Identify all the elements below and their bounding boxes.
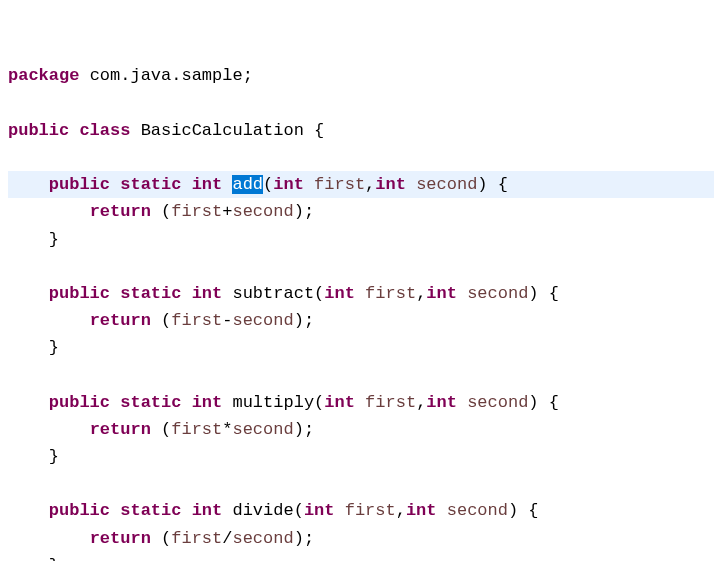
keyword-int: int <box>375 175 406 194</box>
keyword-public: public <box>49 501 110 520</box>
code-line: public static int subtract(int first,int… <box>8 284 559 303</box>
rparen: ) <box>528 284 538 303</box>
var-name: first <box>171 202 222 221</box>
param-name: second <box>467 284 528 303</box>
comma: , <box>416 393 426 412</box>
lparen: ( <box>161 420 171 439</box>
code-line: } <box>8 338 59 357</box>
method-name: divide <box>232 501 293 520</box>
keyword-int: int <box>426 393 457 412</box>
semicolon: ; <box>304 420 314 439</box>
brace-open: { <box>549 393 559 412</box>
rparen: ) <box>294 420 304 439</box>
code-editor[interactable]: package com.java.sample; public class Ba… <box>8 62 714 561</box>
method-name: subtract <box>232 284 314 303</box>
param-name: second <box>416 175 477 194</box>
keyword-int: int <box>192 284 223 303</box>
keyword-static: static <box>120 501 181 520</box>
code-line: public class BasicCalculation { <box>8 121 324 140</box>
var-name: second <box>232 529 293 548</box>
keyword-public: public <box>8 121 69 140</box>
param-name: first <box>345 501 396 520</box>
rparen: ) <box>294 311 304 330</box>
package-name: com.java.sample <box>90 66 243 85</box>
lparen: ( <box>161 202 171 221</box>
brace-open: { <box>498 175 508 194</box>
code-line-highlighted: public static int add(int first,int seco… <box>8 171 714 198</box>
semicolon: ; <box>304 529 314 548</box>
keyword-public: public <box>49 393 110 412</box>
var-name: first <box>171 529 222 548</box>
keyword-int: int <box>324 284 355 303</box>
code-line: return (first+second); <box>8 202 314 221</box>
code-line: } <box>8 447 59 466</box>
keyword-static: static <box>120 175 181 194</box>
operator: * <box>222 420 232 439</box>
keyword-static: static <box>120 284 181 303</box>
keyword-return: return <box>90 529 151 548</box>
brace-close: } <box>49 447 59 466</box>
code-line: public static int divide(int first,int s… <box>8 501 539 520</box>
rparen: ) <box>508 501 518 520</box>
keyword-public: public <box>49 175 110 194</box>
keyword-int: int <box>192 501 223 520</box>
keyword-return: return <box>90 420 151 439</box>
param-name: first <box>314 175 365 194</box>
method-name: multiply <box>232 393 314 412</box>
var-name: second <box>232 202 293 221</box>
keyword-int: int <box>426 284 457 303</box>
semicolon: ; <box>304 202 314 221</box>
param-name: first <box>365 284 416 303</box>
var-name: second <box>232 311 293 330</box>
brace-open: { <box>549 284 559 303</box>
code-line: } <box>8 230 59 249</box>
lparen: ( <box>294 501 304 520</box>
code-line: return (first-second); <box>8 311 314 330</box>
brace-close: } <box>49 230 59 249</box>
keyword-int: int <box>304 501 335 520</box>
comma: , <box>396 501 406 520</box>
var-name: first <box>171 420 222 439</box>
keyword-int: int <box>324 393 355 412</box>
keyword-public: public <box>49 284 110 303</box>
rparen: ) <box>528 393 538 412</box>
lparen: ( <box>161 529 171 548</box>
rparen: ) <box>294 202 304 221</box>
code-line: public static int multiply(int first,int… <box>8 393 559 412</box>
semicolon: ; <box>243 66 253 85</box>
keyword-int: int <box>192 393 223 412</box>
keyword-int: int <box>273 175 304 194</box>
operator: - <box>222 311 232 330</box>
lparen: ( <box>314 393 324 412</box>
rparen: ) <box>294 529 304 548</box>
keyword-int: int <box>406 501 437 520</box>
var-name: first <box>171 311 222 330</box>
comma: , <box>416 284 426 303</box>
param-name: second <box>447 501 508 520</box>
brace-close: } <box>49 338 59 357</box>
lparen: ( <box>161 311 171 330</box>
brace-close: } <box>49 556 59 561</box>
code-line: return (first/second); <box>8 529 314 548</box>
var-name: second <box>232 420 293 439</box>
keyword-static: static <box>120 393 181 412</box>
code-line: return (first*second); <box>8 420 314 439</box>
code-line: package com.java.sample; <box>8 66 253 85</box>
param-name: second <box>467 393 528 412</box>
code-line: } <box>8 556 59 561</box>
keyword-int: int <box>192 175 223 194</box>
class-name: BasicCalculation <box>141 121 304 140</box>
rparen: ) <box>477 175 487 194</box>
brace-open: { <box>314 121 324 140</box>
operator: / <box>222 529 232 548</box>
keyword-class: class <box>79 121 130 140</box>
comma: , <box>365 175 375 194</box>
lparen: ( <box>314 284 324 303</box>
semicolon: ; <box>304 311 314 330</box>
keyword-package: package <box>8 66 79 85</box>
keyword-return: return <box>90 202 151 221</box>
brace-open: { <box>528 501 538 520</box>
param-name: first <box>365 393 416 412</box>
operator: + <box>222 202 232 221</box>
lparen: ( <box>263 175 273 194</box>
